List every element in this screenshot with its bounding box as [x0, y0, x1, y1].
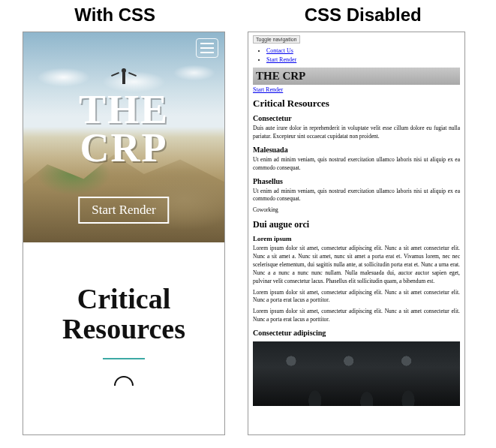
panel-with-css: THE CRP THE CRP Start Render Critical Re… [23, 32, 225, 435]
nav-list: Contact Us Start Render [266, 47, 460, 65]
section-heading: Critical Resources [253, 98, 460, 110]
hamburger-menu-icon[interactable] [196, 38, 218, 58]
body-text: Coworking [253, 206, 460, 215]
hero-title: THE CRP THE CRP [23, 91, 224, 168]
sub-heading: Lorem ipsum [253, 235, 460, 242]
hero-title-line1: THE [23, 91, 224, 129]
list-item: Start Render [266, 56, 460, 65]
hero-image: THE CRP THE CRP Start Render [23, 32, 224, 242]
body-text: Lorem ipsum dolor sit amet, consectetur … [253, 289, 460, 305]
header-with-css: With CSS [74, 5, 155, 26]
hero-title-line2: CRP [23, 129, 224, 167]
section-title: Critical Resources [35, 284, 212, 344]
below-hero: Critical Resources [23, 242, 224, 386]
arc-decoration-icon [114, 376, 134, 386]
article-photo [253, 341, 460, 406]
sub-heading: Phasellus [253, 177, 460, 185]
sub-heading: Consectetur adipiscing [253, 329, 460, 337]
nav-link-contact[interactable]: Contact Us [266, 47, 293, 54]
body-text: Ut enim ad minim veniam, quis nostrud ex… [253, 156, 460, 173]
nav-link-start-render[interactable]: Start Render [266, 56, 296, 63]
header-css-disabled: CSS Disabled [305, 5, 422, 26]
sub-section-heading: Dui augue orci [253, 219, 460, 230]
body-text: Lorem ipsum dolor sit amet, consectetur … [253, 308, 460, 324]
list-item: Contact Us [266, 47, 460, 56]
body-text: Lorem ipsum dolor sit amet, consectetur … [253, 245, 460, 285]
toggle-nav-button[interactable]: Toggle navigation [253, 35, 300, 44]
panel-css-disabled: Toggle navigation Contact Us Start Rende… [248, 32, 465, 435]
start-render-link[interactable]: Start Render [253, 86, 283, 93]
sub-heading: Malesuada [253, 146, 460, 154]
body-text: Duis aute irure dolor in reprehenderit i… [253, 125, 460, 141]
divider-line [103, 358, 145, 359]
body-text: Ut enim ad minim veniam, quis nostrud ex… [253, 188, 460, 204]
sub-heading: Consectetur [253, 114, 460, 122]
banner-title: THE CRP [256, 70, 457, 83]
start-render-button[interactable]: Start Render [78, 197, 169, 224]
title-banner: THE CRP [253, 68, 460, 85]
